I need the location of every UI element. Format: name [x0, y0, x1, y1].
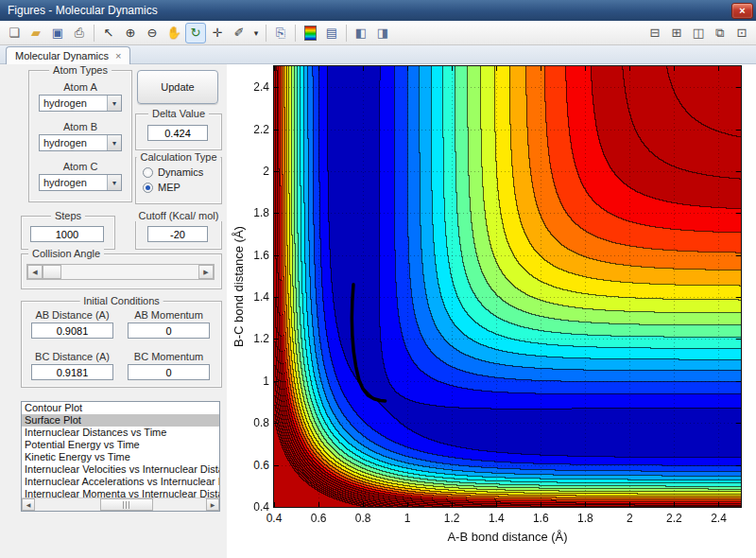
- window-title: Figures - Molecular Dynamics: [8, 4, 158, 17]
- y-axis-label: B-C bond distance (Å): [232, 66, 246, 507]
- radio-label: Dynamics: [158, 166, 203, 178]
- delta-value-panel: Delta Value: [135, 113, 222, 150]
- delta-value-input[interactable]: [147, 125, 208, 141]
- x-tick-label: 0.6: [302, 512, 335, 525]
- insert-legend-icon[interactable]: ▤: [321, 23, 342, 44]
- hide-plot-tools-icon[interactable]: ◧: [351, 23, 371, 44]
- scrollbar-track[interactable]: [35, 498, 206, 511]
- layout-float-icon[interactable]: ⧉: [710, 23, 730, 44]
- steps-panel: Steps: [21, 216, 115, 250]
- colorbar-glyph: [304, 26, 317, 41]
- zoom-in-icon[interactable]: ⊕: [120, 23, 141, 44]
- x-tick-label: 2.2: [658, 512, 690, 525]
- cutoff-panel: Cutoff (Kcal/ mol): [135, 216, 222, 250]
- slider-track[interactable]: [43, 265, 198, 279]
- atom-types-title: Atom Types: [49, 64, 112, 76]
- atom-a-label: Atom A: [29, 81, 131, 93]
- radio-mep[interactable]: MEP: [143, 182, 221, 193]
- steps-title: Steps: [51, 210, 85, 221]
- ab-distance-input[interactable]: [31, 323, 113, 339]
- rotate-3d-icon[interactable]: ↻: [185, 23, 206, 44]
- dock-figure-icon[interactable]: ⊡: [731, 23, 752, 44]
- list-item[interactable]: Internuclear Velocities vs Internuclear …: [22, 463, 219, 476]
- cutoff-input[interactable]: [147, 226, 208, 242]
- toolbar-separator: [266, 25, 266, 42]
- layout-columns-icon[interactable]: ◫: [688, 23, 709, 44]
- controls-panel: Atom Types Atom A hydrogen ▾ Atom B hydr…: [0, 64, 227, 558]
- print-icon[interactable]: ⎙: [69, 23, 90, 44]
- layout-split-icon[interactable]: ⊞: [666, 23, 687, 44]
- radio-label: MEP: [158, 182, 180, 193]
- tab-close-icon[interactable]: ×: [115, 50, 121, 61]
- link-plots-icon[interactable]: ⎘: [270, 23, 291, 44]
- insert-colorbar-icon[interactable]: [300, 23, 320, 44]
- bc-momentum-input[interactable]: [128, 364, 210, 380]
- steps-input[interactable]: [30, 226, 104, 242]
- toolbar: ❏▰▣⎙↖⊕⊖✋↻✛✐▾⎘▤◧◨ ⊟⊞◫⧉⊡: [0, 21, 756, 45]
- list-item[interactable]: Potential Energy vs Time: [22, 439, 219, 451]
- tab-molecular-dynamics[interactable]: Molecular Dynamics ×: [6, 46, 130, 64]
- atom-a-dropdown[interactable]: hydrogen ▾: [39, 95, 122, 112]
- atom-c-dropdown[interactable]: hydrogen ▾: [39, 174, 122, 191]
- list-item[interactable]: Internuclear Distances vs Time: [22, 427, 219, 439]
- chevron-down-icon[interactable]: ▾: [107, 135, 121, 150]
- delta-value-title: Delta Value: [148, 108, 209, 119]
- collision-angle-title: Collision Angle: [28, 248, 104, 259]
- plot-type-list: Contour PlotSurface PlotInternuclear Dis…: [22, 402, 219, 498]
- list-item[interactable]: Contour Plot: [22, 402, 219, 414]
- slider-right-arrow-icon[interactable]: ▶: [198, 265, 214, 279]
- atom-b-dropdown[interactable]: hydrogen ▾: [39, 134, 122, 151]
- toolbar-separator: [94, 25, 94, 42]
- brush-dropdown-icon[interactable]: ▾: [250, 23, 262, 44]
- x-axis-label: A-B bond distance (Å): [274, 530, 741, 544]
- pan-icon[interactable]: ✋: [163, 23, 184, 44]
- atom-b-value: hydrogen: [40, 135, 107, 150]
- save-icon[interactable]: ▣: [47, 23, 68, 44]
- collision-angle-slider[interactable]: ◀ ▶: [26, 264, 215, 280]
- brush-icon[interactable]: ✐: [229, 23, 249, 44]
- calculation-type-panel: Calculation Type DynamicsMEP: [135, 157, 222, 204]
- toolbar-separator: [295, 25, 296, 42]
- scrollbar-thumb[interactable]: [100, 498, 153, 511]
- slider-left-arrow-icon[interactable]: ◀: [27, 265, 43, 279]
- titlebar: Figures - Molecular Dynamics ×: [0, 0, 756, 21]
- ab-momentum-input[interactable]: [128, 323, 210, 339]
- bc-distance-input[interactable]: [31, 364, 113, 380]
- chevron-down-icon[interactable]: ▾: [107, 175, 121, 190]
- zoom-out-icon[interactable]: ⊖: [142, 23, 163, 44]
- chevron-down-icon[interactable]: ▾: [107, 96, 121, 111]
- x-tick-label: 0.8: [347, 512, 379, 525]
- list-item[interactable]: Surface Plot: [22, 414, 219, 427]
- update-button[interactable]: Update: [137, 70, 218, 104]
- x-tick-label: 1.6: [524, 512, 557, 525]
- radio-button-icon[interactable]: [143, 167, 153, 178]
- layout-minimize-icon[interactable]: ⊟: [644, 23, 665, 44]
- x-tick-label: 0.4: [258, 512, 290, 525]
- scrollbar-left-arrow-icon[interactable]: ◀: [22, 498, 35, 511]
- radio-button-icon[interactable]: [143, 183, 153, 193]
- cutoff-title: Cutoff (Kcal/ mol): [135, 210, 223, 221]
- listbox-hscrollbar[interactable]: ◀ ▶: [22, 497, 219, 511]
- x-tick-label: 2.4: [702, 512, 734, 525]
- contour-axes: 0.40.60.811.21.41.61.822.22.4 0.40.60.81…: [274, 66, 741, 507]
- new-figure-icon[interactable]: ❏: [4, 23, 25, 44]
- radio-dynamics[interactable]: Dynamics: [143, 166, 221, 178]
- list-item[interactable]: Internuclear Accelerations vs Internucle…: [22, 476, 219, 488]
- atom-b-label: Atom B: [29, 121, 131, 132]
- tab-bar: Molecular Dynamics ×: [0, 45, 756, 64]
- scrollbar-right-arrow-icon[interactable]: ▶: [206, 498, 219, 511]
- show-plot-tools-icon[interactable]: ◨: [372, 23, 393, 44]
- data-cursor-icon[interactable]: ✛: [207, 23, 228, 44]
- content: Atom Types Atom A hydrogen ▾ Atom B hydr…: [0, 64, 756, 558]
- open-file-icon[interactable]: ▰: [26, 23, 46, 44]
- edit-pointer-icon[interactable]: ↖: [98, 23, 119, 44]
- plot-type-listbox[interactable]: Contour PlotSurface PlotInternuclear Dis…: [21, 401, 220, 512]
- list-item[interactable]: Kinetic Energy vs Time: [22, 451, 219, 463]
- x-tick-label: 1.4: [480, 512, 512, 525]
- atom-types-panel: Atom Types Atom A hydrogen ▾ Atom B hydr…: [28, 70, 132, 202]
- bc-momentum-label: BC Momentum: [128, 351, 210, 362]
- window-close-button[interactable]: ×: [731, 3, 753, 19]
- contour-plot-canvas[interactable]: [274, 66, 741, 507]
- bc-distance-label: BC Distance (A): [31, 351, 113, 362]
- slider-thumb[interactable]: [43, 265, 61, 279]
